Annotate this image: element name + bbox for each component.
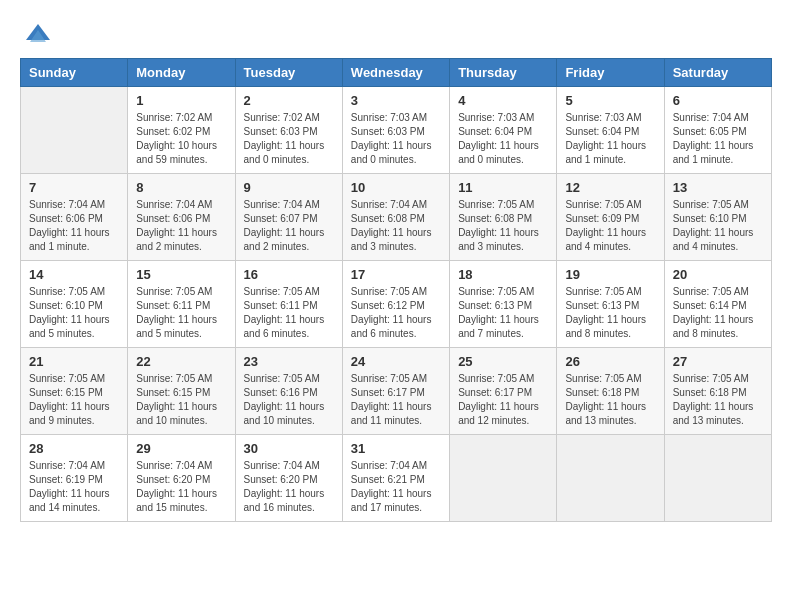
day-number: 13	[673, 180, 763, 195]
day-number: 20	[673, 267, 763, 282]
logo	[20, 20, 52, 48]
day-number: 9	[244, 180, 334, 195]
day-info: Sunrise: 7:05 AMSunset: 6:18 PMDaylight:…	[673, 372, 763, 428]
day-info: Sunrise: 7:04 AMSunset: 6:08 PMDaylight:…	[351, 198, 441, 254]
calendar-week-2: 7Sunrise: 7:04 AMSunset: 6:06 PMDaylight…	[21, 174, 772, 261]
empty-cell	[557, 435, 664, 522]
day-number: 8	[136, 180, 226, 195]
day-header-saturday: Saturday	[664, 59, 771, 87]
day-info: Sunrise: 7:04 AMSunset: 6:06 PMDaylight:…	[136, 198, 226, 254]
day-header-friday: Friday	[557, 59, 664, 87]
calendar-day-5: 5Sunrise: 7:03 AMSunset: 6:04 PMDaylight…	[557, 87, 664, 174]
calendar-day-18: 18Sunrise: 7:05 AMSunset: 6:13 PMDayligh…	[450, 261, 557, 348]
calendar-day-17: 17Sunrise: 7:05 AMSunset: 6:12 PMDayligh…	[342, 261, 449, 348]
calendar-day-21: 21Sunrise: 7:05 AMSunset: 6:15 PMDayligh…	[21, 348, 128, 435]
day-number: 10	[351, 180, 441, 195]
calendar-day-24: 24Sunrise: 7:05 AMSunset: 6:17 PMDayligh…	[342, 348, 449, 435]
day-info: Sunrise: 7:05 AMSunset: 6:12 PMDaylight:…	[351, 285, 441, 341]
day-info: Sunrise: 7:05 AMSunset: 6:16 PMDaylight:…	[244, 372, 334, 428]
day-number: 15	[136, 267, 226, 282]
day-info: Sunrise: 7:02 AMSunset: 6:02 PMDaylight:…	[136, 111, 226, 167]
day-number: 2	[244, 93, 334, 108]
day-number: 18	[458, 267, 548, 282]
empty-cell	[450, 435, 557, 522]
day-number: 5	[565, 93, 655, 108]
calendar-day-23: 23Sunrise: 7:05 AMSunset: 6:16 PMDayligh…	[235, 348, 342, 435]
calendar-week-4: 21Sunrise: 7:05 AMSunset: 6:15 PMDayligh…	[21, 348, 772, 435]
day-info: Sunrise: 7:05 AMSunset: 6:18 PMDaylight:…	[565, 372, 655, 428]
day-info: Sunrise: 7:05 AMSunset: 6:11 PMDaylight:…	[244, 285, 334, 341]
calendar-day-10: 10Sunrise: 7:04 AMSunset: 6:08 PMDayligh…	[342, 174, 449, 261]
day-info: Sunrise: 7:04 AMSunset: 6:21 PMDaylight:…	[351, 459, 441, 515]
calendar-day-8: 8Sunrise: 7:04 AMSunset: 6:06 PMDaylight…	[128, 174, 235, 261]
day-info: Sunrise: 7:05 AMSunset: 6:09 PMDaylight:…	[565, 198, 655, 254]
calendar-day-29: 29Sunrise: 7:04 AMSunset: 6:20 PMDayligh…	[128, 435, 235, 522]
day-info: Sunrise: 7:03 AMSunset: 6:03 PMDaylight:…	[351, 111, 441, 167]
day-info: Sunrise: 7:05 AMSunset: 6:10 PMDaylight:…	[673, 198, 763, 254]
day-info: Sunrise: 7:03 AMSunset: 6:04 PMDaylight:…	[458, 111, 548, 167]
day-info: Sunrise: 7:05 AMSunset: 6:15 PMDaylight:…	[136, 372, 226, 428]
logo-icon	[24, 20, 52, 48]
calendar-day-2: 2Sunrise: 7:02 AMSunset: 6:03 PMDaylight…	[235, 87, 342, 174]
calendar-day-31: 31Sunrise: 7:04 AMSunset: 6:21 PMDayligh…	[342, 435, 449, 522]
calendar-day-3: 3Sunrise: 7:03 AMSunset: 6:03 PMDaylight…	[342, 87, 449, 174]
day-number: 19	[565, 267, 655, 282]
day-info: Sunrise: 7:03 AMSunset: 6:04 PMDaylight:…	[565, 111, 655, 167]
calendar-day-19: 19Sunrise: 7:05 AMSunset: 6:13 PMDayligh…	[557, 261, 664, 348]
day-number: 7	[29, 180, 119, 195]
day-info: Sunrise: 7:05 AMSunset: 6:17 PMDaylight:…	[351, 372, 441, 428]
calendar-day-28: 28Sunrise: 7:04 AMSunset: 6:19 PMDayligh…	[21, 435, 128, 522]
calendar-day-4: 4Sunrise: 7:03 AMSunset: 6:04 PMDaylight…	[450, 87, 557, 174]
calendar-day-13: 13Sunrise: 7:05 AMSunset: 6:10 PMDayligh…	[664, 174, 771, 261]
calendar-table: SundayMondayTuesdayWednesdayThursdayFrid…	[20, 58, 772, 522]
day-info: Sunrise: 7:05 AMSunset: 6:10 PMDaylight:…	[29, 285, 119, 341]
day-number: 17	[351, 267, 441, 282]
day-header-sunday: Sunday	[21, 59, 128, 87]
day-number: 22	[136, 354, 226, 369]
empty-cell	[664, 435, 771, 522]
day-number: 16	[244, 267, 334, 282]
day-number: 4	[458, 93, 548, 108]
calendar-day-30: 30Sunrise: 7:04 AMSunset: 6:20 PMDayligh…	[235, 435, 342, 522]
page-header	[20, 20, 772, 48]
day-info: Sunrise: 7:05 AMSunset: 6:15 PMDaylight:…	[29, 372, 119, 428]
calendar-day-7: 7Sunrise: 7:04 AMSunset: 6:06 PMDaylight…	[21, 174, 128, 261]
day-number: 6	[673, 93, 763, 108]
day-number: 29	[136, 441, 226, 456]
calendar-day-27: 27Sunrise: 7:05 AMSunset: 6:18 PMDayligh…	[664, 348, 771, 435]
day-header-tuesday: Tuesday	[235, 59, 342, 87]
calendar-day-15: 15Sunrise: 7:05 AMSunset: 6:11 PMDayligh…	[128, 261, 235, 348]
calendar-day-26: 26Sunrise: 7:05 AMSunset: 6:18 PMDayligh…	[557, 348, 664, 435]
day-number: 30	[244, 441, 334, 456]
day-info: Sunrise: 7:04 AMSunset: 6:19 PMDaylight:…	[29, 459, 119, 515]
day-number: 3	[351, 93, 441, 108]
calendar-header-row: SundayMondayTuesdayWednesdayThursdayFrid…	[21, 59, 772, 87]
day-number: 28	[29, 441, 119, 456]
calendar-week-3: 14Sunrise: 7:05 AMSunset: 6:10 PMDayligh…	[21, 261, 772, 348]
calendar-week-5: 28Sunrise: 7:04 AMSunset: 6:19 PMDayligh…	[21, 435, 772, 522]
calendar-day-16: 16Sunrise: 7:05 AMSunset: 6:11 PMDayligh…	[235, 261, 342, 348]
day-info: Sunrise: 7:05 AMSunset: 6:13 PMDaylight:…	[458, 285, 548, 341]
empty-cell	[21, 87, 128, 174]
day-header-wednesday: Wednesday	[342, 59, 449, 87]
day-info: Sunrise: 7:05 AMSunset: 6:17 PMDaylight:…	[458, 372, 548, 428]
calendar-day-1: 1Sunrise: 7:02 AMSunset: 6:02 PMDaylight…	[128, 87, 235, 174]
calendar-day-22: 22Sunrise: 7:05 AMSunset: 6:15 PMDayligh…	[128, 348, 235, 435]
day-info: Sunrise: 7:05 AMSunset: 6:14 PMDaylight:…	[673, 285, 763, 341]
day-info: Sunrise: 7:05 AMSunset: 6:13 PMDaylight:…	[565, 285, 655, 341]
day-header-thursday: Thursday	[450, 59, 557, 87]
day-info: Sunrise: 7:04 AMSunset: 6:20 PMDaylight:…	[244, 459, 334, 515]
day-number: 21	[29, 354, 119, 369]
day-number: 27	[673, 354, 763, 369]
calendar-day-12: 12Sunrise: 7:05 AMSunset: 6:09 PMDayligh…	[557, 174, 664, 261]
day-number: 23	[244, 354, 334, 369]
day-number: 1	[136, 93, 226, 108]
calendar-day-25: 25Sunrise: 7:05 AMSunset: 6:17 PMDayligh…	[450, 348, 557, 435]
day-info: Sunrise: 7:04 AMSunset: 6:07 PMDaylight:…	[244, 198, 334, 254]
day-number: 26	[565, 354, 655, 369]
calendar-day-20: 20Sunrise: 7:05 AMSunset: 6:14 PMDayligh…	[664, 261, 771, 348]
day-info: Sunrise: 7:02 AMSunset: 6:03 PMDaylight:…	[244, 111, 334, 167]
day-number: 12	[565, 180, 655, 195]
calendar-day-11: 11Sunrise: 7:05 AMSunset: 6:08 PMDayligh…	[450, 174, 557, 261]
calendar-day-14: 14Sunrise: 7:05 AMSunset: 6:10 PMDayligh…	[21, 261, 128, 348]
